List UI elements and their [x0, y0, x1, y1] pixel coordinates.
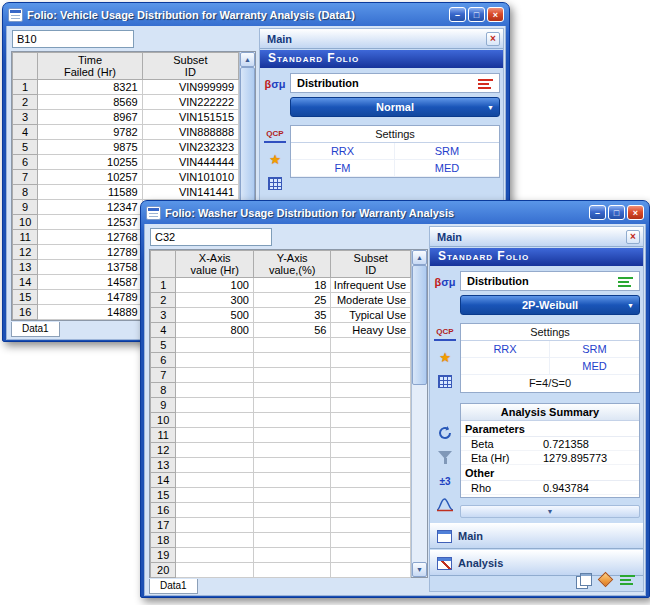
cell[interactable]	[253, 518, 330, 533]
cell[interactable]: 14587	[38, 275, 142, 290]
cell[interactable]	[176, 503, 253, 518]
cell[interactable]: 11589	[38, 185, 142, 200]
row-number[interactable]: 4	[151, 323, 176, 338]
cell[interactable]: Typical Use	[331, 308, 411, 323]
cell[interactable]	[253, 413, 330, 428]
row-number[interactable]: 1	[151, 278, 176, 293]
row-number[interactable]: 7	[151, 368, 176, 383]
cell[interactable]: VIN999999	[142, 80, 238, 95]
cell[interactable]	[176, 563, 253, 578]
sheet-tab-data1[interactable]: Data1	[149, 579, 198, 594]
cell[interactable]	[253, 443, 330, 458]
cell[interactable]	[253, 473, 330, 488]
cell[interactable]	[331, 548, 411, 563]
setting-rrx[interactable]: RRX	[291, 143, 395, 160]
cell[interactable]	[176, 488, 253, 503]
column-header[interactable]: Subset ID	[142, 53, 238, 80]
cell[interactable]: VIN888888	[142, 125, 238, 140]
setting-srm[interactable]: SRM	[550, 341, 639, 358]
row-number[interactable]: 13	[151, 458, 176, 473]
cell[interactable]: 8569	[38, 95, 142, 110]
cell[interactable]: 10255	[38, 155, 142, 170]
vertical-scrollbar[interactable]: ▲ ▼	[411, 250, 427, 577]
row-number[interactable]: 16	[13, 305, 38, 320]
row-number[interactable]: 8	[151, 383, 176, 398]
row-number[interactable]: 15	[151, 488, 176, 503]
cell[interactable]	[331, 383, 411, 398]
row-number[interactable]: 3	[151, 308, 176, 323]
cell-reference-box[interactable]: C32	[150, 228, 272, 246]
cell[interactable]: 14789	[38, 290, 142, 305]
titlebar[interactable]: Folio: Vehicle Usage Distribution for Wa…	[6, 3, 506, 26]
cell[interactable]: 18	[253, 278, 330, 293]
row-number[interactable]: 5	[13, 140, 38, 155]
cell[interactable]	[253, 563, 330, 578]
cell[interactable]: 8967	[38, 110, 142, 125]
adjust-parameters-icon[interactable]: ±3	[432, 473, 458, 493]
calculate-icon[interactable]: βσμ	[432, 273, 458, 293]
cell[interactable]	[176, 368, 253, 383]
qcp-icon[interactable]: QCP	[434, 325, 456, 341]
row-number[interactable]: 2	[151, 293, 176, 308]
scroll-thumb[interactable]	[412, 265, 427, 385]
cell[interactable]	[331, 398, 411, 413]
cell-reference-box[interactable]: B10	[12, 30, 134, 48]
cell[interactable]: VIN151515	[142, 110, 238, 125]
cell[interactable]	[253, 368, 330, 383]
cell[interactable]	[253, 458, 330, 473]
cell[interactable]: 12768	[38, 230, 142, 245]
cell[interactable]: 13758	[38, 260, 142, 275]
cell[interactable]	[176, 518, 253, 533]
maximize-button[interactable]: □	[608, 205, 625, 220]
cell[interactable]	[331, 518, 411, 533]
cell[interactable]: 14889	[38, 305, 142, 320]
titlebar[interactable]: Folio: Washer Usage Distribution for War…	[144, 201, 646, 224]
cell[interactable]: 9782	[38, 125, 142, 140]
row-number[interactable]: 4	[13, 125, 38, 140]
close-button[interactable]: ×	[487, 7, 504, 22]
cell[interactable]	[176, 428, 253, 443]
row-number[interactable]: 9	[151, 398, 176, 413]
cell[interactable]	[176, 443, 253, 458]
cell[interactable]	[253, 533, 330, 548]
minimize-button[interactable]: –	[449, 7, 466, 22]
cell[interactable]	[331, 488, 411, 503]
column-header[interactable]: Y-Axis value,(%)	[253, 251, 330, 278]
cell[interactable]	[176, 338, 253, 353]
cell[interactable]	[253, 503, 330, 518]
setting-rrx[interactable]: RRX	[461, 341, 550, 358]
cell[interactable]	[176, 533, 253, 548]
table-corner[interactable]	[13, 53, 38, 80]
sheet-grid-icon[interactable]	[438, 375, 452, 388]
cell[interactable]: 500	[176, 308, 253, 323]
row-number[interactable]: 7	[13, 170, 38, 185]
row-number[interactable]: 20	[151, 563, 176, 578]
cell[interactable]	[331, 563, 411, 578]
distribution-curve-icon[interactable]	[432, 497, 458, 517]
row-number[interactable]: 18	[151, 533, 176, 548]
cell[interactable]	[253, 488, 330, 503]
cell[interactable]	[253, 428, 330, 443]
cell[interactable]: VIN222222	[142, 95, 238, 110]
cell[interactable]: 12347	[38, 200, 142, 215]
sheet-tab-data1[interactable]: Data1	[11, 322, 60, 337]
distribution-dropdown[interactable]: 2P-Weibull ▼	[460, 295, 640, 315]
row-number[interactable]: 8	[13, 185, 38, 200]
cell[interactable]	[331, 458, 411, 473]
setting-srm[interactable]: SRM	[395, 143, 499, 160]
scroll-up-icon[interactable]: ▲	[412, 250, 427, 265]
filter-funnel-icon[interactable]	[432, 449, 458, 465]
panel-close-icon[interactable]: ×	[486, 32, 500, 46]
row-number[interactable]: 14	[151, 473, 176, 488]
row-number[interactable]: 6	[13, 155, 38, 170]
row-number[interactable]: 14	[13, 275, 38, 290]
table-corner[interactable]	[151, 251, 176, 278]
cell[interactable]: 12537	[38, 215, 142, 230]
panel-close-icon[interactable]: ×	[626, 230, 640, 244]
row-number[interactable]: 6	[151, 353, 176, 368]
cell[interactable]	[331, 368, 411, 383]
row-number[interactable]: 13	[13, 260, 38, 275]
row-number[interactable]: 12	[151, 443, 176, 458]
scroll-up-icon[interactable]: ▲	[240, 52, 255, 67]
cell[interactable]: VIN232323	[142, 140, 238, 155]
